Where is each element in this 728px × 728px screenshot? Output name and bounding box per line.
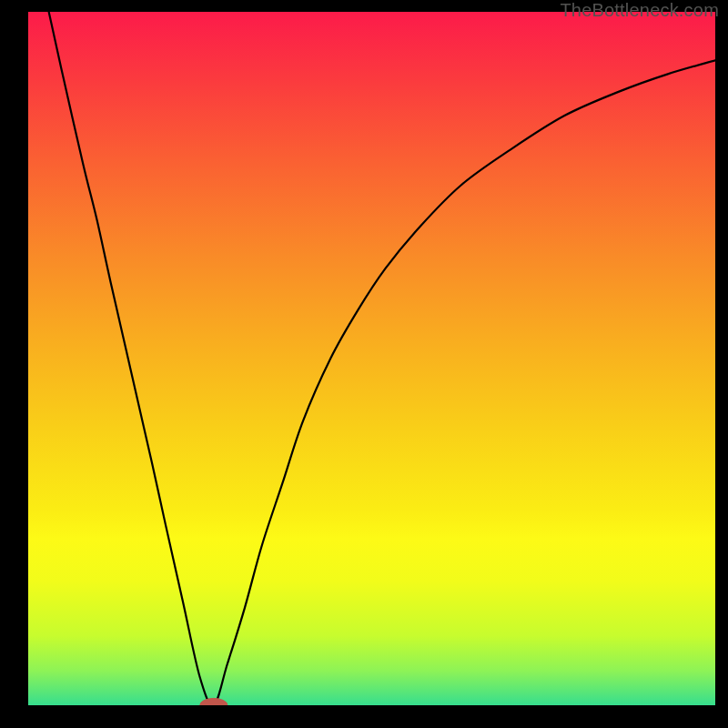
gradient-background [28, 12, 715, 705]
plot-svg [28, 12, 715, 705]
plot-area [28, 12, 715, 705]
chart-frame: TheBottleneck.com [0, 0, 728, 728]
attribution-text: TheBottleneck.com [560, 0, 719, 21]
